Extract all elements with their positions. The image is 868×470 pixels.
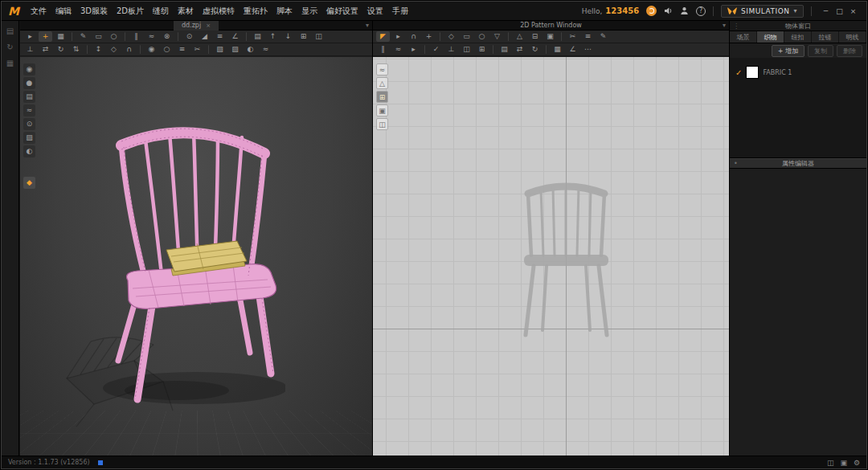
separator[interactable]	[125, 32, 125, 41]
annotation-icon[interactable]: ✎	[596, 31, 610, 42]
wind-icon[interactable]: ≡	[213, 31, 227, 42]
sculpt-icon[interactable]: ◐	[244, 44, 257, 55]
grading-icon[interactable]: ≡	[581, 31, 595, 42]
separator[interactable]	[140, 45, 141, 54]
polygon-icon[interactable]: ◇	[444, 31, 458, 42]
object-tab[interactable]: 场景	[730, 31, 757, 43]
avatar-rotate-icon[interactable]: ↻	[54, 44, 68, 55]
show-seamline-icon[interactable]: ≈	[23, 104, 35, 116]
more-tools-icon[interactable]: ⋯	[581, 44, 595, 55]
speaker-icon[interactable]	[664, 6, 673, 15]
topstitch-icon[interactable]: ≈	[259, 44, 272, 55]
circle-icon[interactable]: ○	[475, 31, 489, 42]
help-icon[interactable]: ?	[696, 6, 706, 16]
lasso-select-icon[interactable]: ○	[107, 31, 121, 42]
modular-icon[interactable]: ▦	[6, 59, 14, 67]
property-editor-header[interactable]: • 属性编辑器	[730, 158, 866, 169]
show-notches-icon[interactable]: △	[376, 77, 388, 89]
library-icon[interactable]: ▤	[6, 27, 14, 35]
view-mode-icon[interactable]: ◉	[23, 63, 35, 76]
panel-layout-icon[interactable]: ◫	[827, 459, 834, 467]
panel-handle-icon[interactable]: ⋮	[733, 22, 739, 30]
menu-item[interactable]: 设置	[367, 6, 383, 17]
menu-item[interactable]: 重拓扑	[244, 6, 268, 17]
edit-pattern-icon[interactable]: ▸	[391, 31, 405, 42]
select-move-icon[interactable]: +	[39, 31, 52, 42]
separator[interactable]	[440, 32, 440, 41]
file-tab[interactable]: dd.zpj ×	[174, 21, 219, 31]
menu-item[interactable]: 缝纫	[153, 6, 169, 17]
tape-measure-icon[interactable]: ↕	[92, 44, 105, 55]
add-point-icon[interactable]: +	[422, 31, 436, 42]
show-sewing-lines-icon[interactable]: ≈	[376, 63, 388, 76]
check-sewing-icon[interactable]: ✓	[429, 44, 443, 55]
fabric-swatch[interactable]	[746, 66, 759, 79]
show-avatar-icon[interactable]: ●	[23, 77, 35, 89]
segment-sewing-2d-icon[interactable]: ∥	[376, 44, 390, 55]
texture-edit-icon[interactable]: ▨	[228, 44, 242, 55]
menu-item[interactable]: 3D服装	[80, 6, 108, 17]
rectangle-select-icon[interactable]: ▭	[92, 31, 105, 42]
fabric-list-item[interactable]: ✓ FABRIC 1	[730, 64, 866, 80]
delete-button[interactable]: 删除	[837, 45, 862, 57]
show-garment-icon[interactable]: ▤	[23, 91, 35, 103]
3d-viewport[interactable]: ◉●▤≈⊙▨◐◆	[20, 57, 372, 456]
menu-item[interactable]: 偏好设置	[326, 6, 358, 17]
segment-sewing-icon[interactable]: ∥	[129, 31, 143, 42]
separator[interactable]	[546, 45, 547, 54]
notch-icon[interactable]: △	[513, 31, 526, 42]
pattern-grid-icon[interactable]: ▦	[551, 44, 564, 55]
menu-item[interactable]: 脚本	[276, 6, 293, 17]
show-baseline-icon[interactable]: ◫	[376, 118, 388, 130]
separator[interactable]	[72, 32, 72, 41]
free-sewing-icon[interactable]: ≈	[145, 31, 158, 42]
separator[interactable]	[246, 32, 247, 41]
seam-allowance-icon[interactable]: ⊟	[528, 31, 542, 42]
maximize-button[interactable]: □	[833, 7, 846, 15]
transform-pattern-icon[interactable]: ◤	[376, 31, 390, 42]
fold-line-icon[interactable]: ⊥	[444, 44, 458, 55]
object-tab[interactable]: 织物	[757, 31, 784, 43]
fullscreen-icon[interactable]: ▣	[840, 459, 847, 467]
pen-3d-icon[interactable]: ✎	[76, 31, 90, 42]
object-tab[interactable]: 纽扣	[784, 31, 812, 43]
internal-line-icon[interactable]: ◫	[460, 44, 473, 55]
cut-icon[interactable]: ✂	[566, 31, 579, 42]
separator[interactable]	[87, 45, 88, 54]
button-icon[interactable]: ◉	[145, 44, 158, 55]
measure-2d-icon[interactable]: ∠	[566, 44, 579, 55]
close-button[interactable]: ×	[846, 7, 860, 15]
menu-item[interactable]: 虚拟模特	[203, 6, 235, 17]
table-icon[interactable]: ◫	[312, 31, 326, 42]
separator[interactable]	[178, 32, 178, 41]
menu-item[interactable]: 显示	[301, 6, 317, 17]
show-light-icon[interactable]: ◐	[23, 145, 35, 157]
separator[interactable]	[208, 45, 209, 54]
baseline-icon[interactable]: ⊞	[475, 44, 489, 55]
menu-item[interactable]: 编辑	[55, 6, 72, 17]
minimize-button[interactable]: ─	[819, 7, 833, 15]
check-icon[interactable]: ✓	[735, 68, 742, 77]
add-button[interactable]: + 增加	[772, 45, 805, 57]
viewport-menu-icon[interactable]: ▾	[723, 22, 726, 29]
detach-sewing-icon[interactable]: ⊗	[160, 31, 174, 42]
history-icon[interactable]: ↻	[6, 43, 13, 51]
separator[interactable]	[561, 32, 562, 41]
chair-3d-model[interactable]	[100, 123, 285, 404]
close-tab-icon[interactable]: ×	[206, 22, 211, 29]
edit-curvature-icon[interactable]: ∩	[407, 31, 420, 42]
show-pin-icon[interactable]: ⊙	[23, 118, 35, 130]
separator[interactable]	[424, 45, 425, 54]
dart-icon[interactable]: ▽	[490, 31, 504, 42]
separator[interactable]	[493, 45, 493, 54]
fit-check-icon[interactable]: ◇	[107, 44, 121, 55]
pleat-icon[interactable]: ▤	[497, 44, 511, 55]
avatar-move-icon[interactable]: ⇄	[39, 44, 52, 55]
show-texture-icon[interactable]: ▨	[23, 132, 35, 144]
viewport-menu-icon[interactable]: ▾	[366, 22, 369, 29]
object-tab[interactable]: 拉链	[812, 31, 839, 43]
menu-item[interactable]: 2D板片	[117, 6, 144, 17]
avatar-scale-icon[interactable]: ⇅	[69, 44, 83, 55]
grid-snap-icon[interactable]: ⊞	[297, 31, 310, 42]
arrange-up-icon[interactable]: ↑	[266, 31, 280, 42]
